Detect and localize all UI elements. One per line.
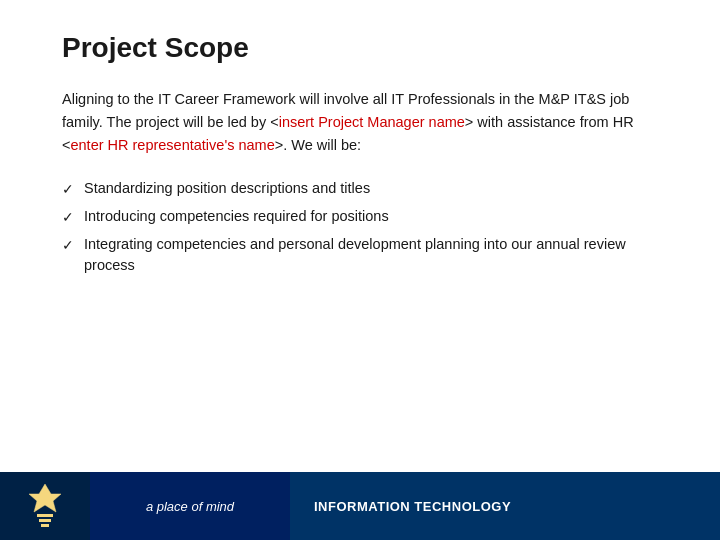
footer-department-block: INFORMATION TECHNOLOGY [290, 472, 720, 540]
checkmark-icon: ✓ [62, 179, 74, 200]
slide-container: Project Scope Aligning to the IT Career … [0, 0, 720, 540]
bullet-text-1: Standardizing position descriptions and … [84, 178, 370, 200]
svg-rect-3 [39, 519, 51, 522]
list-item: ✓ Introducing competencies required for … [62, 206, 658, 228]
body-text-end: >. We will be: [275, 137, 361, 153]
list-item: ✓ Integrating competencies and personal … [62, 234, 658, 278]
checkmark-icon: ✓ [62, 207, 74, 228]
hr-placeholder: enter HR representative's name [70, 137, 274, 153]
checkmark-icon: ✓ [62, 235, 74, 256]
content-area: Project Scope Aligning to the IT Career … [0, 0, 720, 472]
bullet-list: ✓ Standardizing position descriptions an… [62, 178, 658, 278]
footer: a place of mind INFORMATION TECHNOLOGY [0, 472, 720, 540]
svg-rect-4 [41, 524, 49, 527]
footer-department-text: INFORMATION TECHNOLOGY [314, 499, 511, 514]
pm-placeholder: insert Project Manager name [279, 114, 465, 130]
list-item: ✓ Standardizing position descriptions an… [62, 178, 658, 200]
bullet-text-3: Integrating competencies and personal de… [84, 234, 658, 278]
bullet-text-2: Introducing competencies required for po… [84, 206, 389, 228]
svg-rect-2 [37, 514, 53, 517]
ubc-logo-block [0, 472, 90, 540]
footer-tagline-block: a place of mind [90, 472, 290, 540]
body-paragraph: Aligning to the IT Career Framework will… [62, 88, 658, 158]
page-title: Project Scope [62, 32, 658, 64]
ubc-crest-icon [19, 480, 71, 532]
footer-tagline-text: a place of mind [146, 499, 234, 514]
